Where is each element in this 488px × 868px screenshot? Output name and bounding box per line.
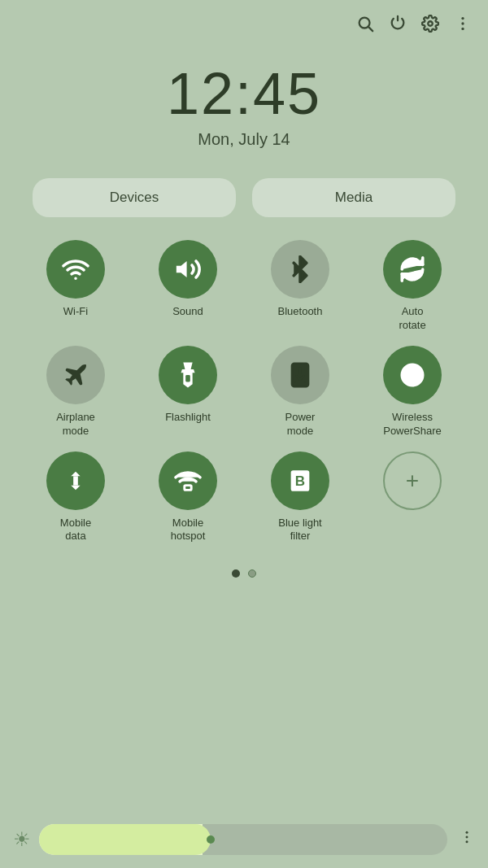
qs-item-add[interactable]: +: [356, 451, 468, 544]
media-button[interactable]: Media: [252, 178, 455, 217]
qs-label-mobile-hotspot: Mobile hotspot: [171, 517, 206, 544]
devices-button[interactable]: Devices: [33, 178, 236, 217]
qs-circle-sound: [159, 240, 217, 299]
settings-icon[interactable]: [421, 15, 439, 37]
page-dot-2[interactable]: [248, 569, 256, 578]
svg-rect-7: [185, 375, 190, 382]
svg-rect-14: [185, 486, 190, 489]
qs-circle-mobile-hotspot: [159, 451, 217, 510]
qs-item-wireless-powershare[interactable]: Wireless PowerShare: [356, 346, 468, 438]
svg-point-3: [461, 17, 464, 20]
power-icon[interactable]: [389, 15, 407, 37]
brightness-fill: [39, 824, 211, 855]
page-indicator: [0, 569, 488, 578]
brightness-more-icon[interactable]: [459, 829, 475, 850]
qs-item-auto-rotate[interactable]: Auto rotate: [356, 240, 468, 333]
qs-item-blue-light-filter[interactable]: B Blue light filter: [244, 451, 356, 544]
svg-point-19: [466, 840, 468, 843]
qs-circle-wifi: [46, 240, 105, 299]
qs-item-sound[interactable]: Sound: [132, 240, 244, 333]
qs-circle-airplane-mode: [46, 346, 105, 404]
qs-label-bluetooth: Bluetooth: [278, 305, 323, 319]
qs-item-bluetooth[interactable]: Bluetooth: [244, 240, 356, 333]
qs-item-mobile-hotspot[interactable]: Mobile hotspot: [132, 451, 244, 544]
svg-point-2: [428, 21, 433, 26]
clock-date: Mon, July 14: [0, 130, 488, 149]
brightness-sun-icon: ☀: [13, 828, 31, 851]
more-icon[interactable]: [454, 15, 472, 37]
qs-circle-mobile-data: [46, 451, 105, 510]
qs-label-mobile-data: Mobile data: [60, 517, 91, 544]
qs-item-flashlight[interactable]: Flashlight: [132, 346, 244, 438]
svg-point-5: [461, 28, 464, 30]
qs-label-power-mode: Power mode: [285, 411, 316, 438]
qs-circle-wireless-powershare: [383, 346, 442, 404]
qs-circle-blue-light-filter: B: [271, 451, 329, 510]
brightness-handle: [207, 835, 215, 844]
qs-circle-flashlight: [159, 346, 217, 404]
qs-label-flashlight: Flashlight: [165, 411, 211, 425]
brightness-track[interactable]: [39, 824, 447, 855]
svg-point-18: [466, 836, 468, 839]
qs-item-power-mode[interactable]: Power mode: [244, 346, 356, 438]
qs-label-airplane-mode: Airplane mode: [56, 411, 95, 438]
svg-line-1: [368, 27, 373, 31]
svg-rect-12: [73, 476, 78, 485]
qs-label-wifi: Wi-Fi: [63, 305, 88, 319]
svg-point-4: [461, 22, 464, 24]
qs-label-blue-light-filter: Blue light filter: [278, 517, 321, 544]
brightness-bar[interactable]: ☀: [0, 811, 488, 868]
top-bar: [0, 0, 488, 37]
qs-label-auto-rotate: Auto rotate: [399, 305, 425, 333]
clock-time: 12:45: [0, 60, 488, 127]
qs-add-circle: +: [383, 451, 442, 510]
qs-label-sound: Sound: [172, 305, 203, 319]
search-icon[interactable]: [356, 15, 374, 37]
qs-item-airplane-mode[interactable]: Airplane mode: [20, 346, 132, 438]
qs-circle-power-mode: [271, 346, 329, 404]
svg-marker-6: [176, 261, 187, 277]
svg-text:B: B: [295, 473, 305, 488]
add-icon: +: [406, 468, 419, 494]
page-dot-1[interactable]: [232, 569, 240, 578]
quick-settings-grid: Wi-Fi Sound Bluetooth: [0, 240, 488, 543]
qs-item-wifi[interactable]: Wi-Fi: [20, 240, 132, 333]
qs-item-mobile-data[interactable]: Mobile data: [20, 451, 132, 544]
qs-label-wireless-powershare: Wireless PowerShare: [383, 411, 442, 438]
qs-circle-bluetooth: [271, 240, 329, 299]
qs-circle-auto-rotate: [383, 240, 442, 299]
clock-section: 12:45 Mon, July 14: [0, 60, 488, 149]
svg-point-17: [466, 831, 468, 834]
device-media-row: Devices Media: [0, 178, 488, 217]
